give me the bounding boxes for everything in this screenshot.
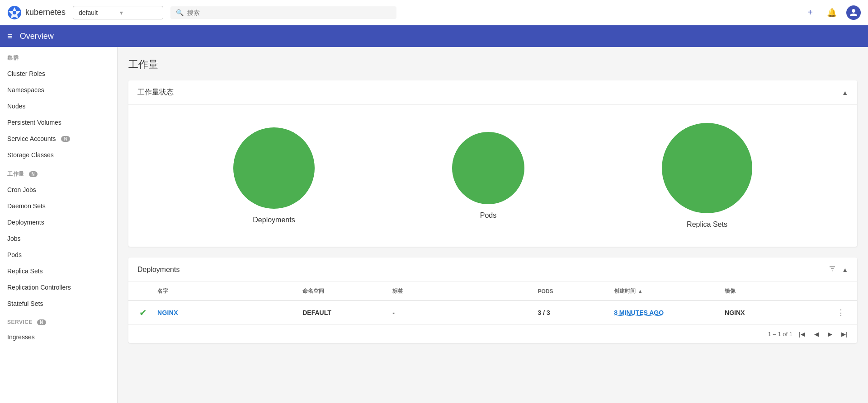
svg-point-2: [13, 11, 16, 14]
row-tags: -: [389, 303, 534, 323]
row-status: ✔: [136, 301, 154, 324]
cluster-section-label: 集群: [0, 47, 117, 66]
deployments-label: Deployments: [253, 216, 295, 224]
pagination-label: 1 – 1 of 1: [768, 331, 793, 337]
row-name[interactable]: nginx: [154, 303, 299, 323]
sidebar-label: Cron Jobs: [7, 186, 36, 193]
sidebar-item-service-accounts[interactable]: Service Accounts N: [0, 131, 117, 147]
sidebar-label: Service Accounts: [7, 135, 56, 142]
sidebar-label: Ingresses: [7, 333, 35, 341]
sidebar-item-cluster-roles[interactable]: Cluster Roles: [0, 66, 117, 82]
pods-label: Pods: [480, 211, 496, 220]
sidebar-label: Replication Controllers: [7, 284, 71, 291]
deployments-card: Deployments ▲ 名字 命名空间 标签 Pods: [128, 258, 857, 343]
col-pods-header: Pods: [534, 283, 611, 300]
subheader: ≡ Overview: [0, 25, 868, 47]
sidebar-label: Daemon Sets: [7, 202, 46, 210]
collapse-icon[interactable]: ▲: [842, 89, 848, 96]
row-namespace: default: [299, 303, 389, 323]
sidebar-item-jobs[interactable]: Jobs: [0, 230, 117, 247]
chevron-down-icon: ▾: [120, 9, 157, 16]
col-time-header[interactable]: 创建时间 ▲: [610, 282, 721, 300]
table-header: 名字 命名空间 标签 Pods 创建时间 ▲ 镜像: [128, 282, 857, 301]
filter-icon[interactable]: [828, 265, 836, 274]
prev-page-button[interactable]: ◀: [811, 329, 821, 339]
service-accounts-badge: N: [61, 136, 70, 142]
sidebar-item-daemon-sets[interactable]: Daemon Sets: [0, 198, 117, 214]
sidebar-item-replication-controllers[interactable]: Replication Controllers: [0, 279, 117, 295]
sidebar-label: Stateful Sets: [7, 300, 43, 307]
status-item-pods: Pods: [452, 132, 524, 220]
row-actions[interactable]: ⋮: [832, 301, 850, 324]
sort-asc-icon: ▲: [637, 288, 643, 295]
next-page-button[interactable]: ▶: [825, 329, 835, 339]
main-content: 工作量 工作量状态 ▲ Deployments Pods Replica Set…: [118, 47, 868, 365]
sidebar-item-persistent-volumes[interactable]: Persistent Volumes: [0, 114, 117, 131]
topbar-actions: + 🔔: [803, 5, 861, 20]
status-ok-icon: ✔: [139, 308, 147, 318]
workload-status-card: 工作量状态 ▲ Deployments Pods Replica Sets: [128, 80, 857, 247]
sidebar-label: Replica Sets: [7, 267, 43, 275]
pagination: 1 – 1 of 1 |◀ ◀ ▶ ▶|: [128, 325, 857, 343]
sidebar-label: Storage Classes: [7, 151, 54, 159]
row-image: nginx: [721, 303, 832, 323]
page-title: 工作量: [128, 58, 857, 71]
row-pods: 3 / 3: [534, 303, 611, 323]
sidebar-item-replica-sets[interactable]: Replica Sets: [0, 263, 117, 279]
sidebar-item-deployments[interactable]: Deployments: [0, 214, 117, 230]
last-page-button[interactable]: ▶|: [839, 329, 850, 339]
sidebar-label: Namespaces: [7, 86, 44, 94]
col-ns-header: 命名空间: [299, 282, 389, 300]
row-created[interactable]: 8 minutes ago: [610, 303, 721, 323]
add-button[interactable]: +: [803, 5, 817, 20]
sidebar-item-pods[interactable]: Pods: [0, 247, 117, 263]
sidebar-label: Deployments: [7, 219, 44, 226]
table-row: ✔ nginx default - 3 / 3 8 minutes ago ng…: [128, 301, 857, 325]
sidebar-item-cron-jobs[interactable]: Cron Jobs: [0, 182, 117, 198]
user-icon: [849, 8, 858, 17]
namespace-selector[interactable]: default ▾: [73, 6, 163, 19]
service-badge: N: [37, 319, 46, 325]
sidebar-label: Pods: [7, 251, 22, 258]
status-grid: Deployments Pods Replica Sets: [128, 105, 857, 247]
service-section-label: Service N: [0, 312, 117, 329]
col-name-header[interactable]: 名字: [154, 282, 299, 300]
collapse-deployments-icon[interactable]: ▲: [842, 266, 848, 273]
logo-text: kubernetes: [25, 8, 66, 17]
sidebar-item-nodes[interactable]: Nodes: [0, 98, 117, 114]
workload-status-title: 工作量状态: [137, 88, 174, 97]
pods-circle: [452, 132, 524, 204]
topbar: kubernetes default ▾ 🔍 + 🔔: [0, 0, 868, 25]
more-icon[interactable]: ⋮: [837, 308, 845, 318]
sidebar-item-namespaces[interactable]: Namespaces: [0, 82, 117, 98]
sidebar-item-stateful-sets[interactable]: Stateful Sets: [0, 295, 117, 312]
search-icon: 🔍: [176, 9, 184, 16]
status-item-replica-sets: Replica Sets: [662, 123, 752, 229]
kubernetes-icon: [7, 5, 22, 20]
replica-sets-label: Replica Sets: [687, 220, 727, 229]
col-tags-header: 标签: [389, 282, 534, 300]
sidebar: 集群 Cluster Roles Namespaces Nodes Persis…: [0, 47, 118, 365]
menu-icon[interactable]: ≡: [7, 31, 13, 42]
subheader-title: Overview: [20, 32, 54, 41]
col-img-header: 镜像: [721, 282, 832, 300]
logo[interactable]: kubernetes: [7, 5, 66, 20]
sidebar-item-ingresses[interactable]: Ingresses: [0, 329, 117, 345]
workload-status-header: 工作量状态 ▲: [128, 80, 857, 105]
deployments-title: Deployments: [137, 266, 179, 274]
workload-badge: N: [29, 171, 38, 177]
first-page-button[interactable]: |◀: [796, 329, 807, 339]
sidebar-label: Nodes: [7, 103, 25, 110]
avatar[interactable]: [846, 5, 861, 20]
deployments-circle: [233, 127, 315, 209]
deployments-header: Deployments ▲: [128, 258, 857, 282]
sidebar-label: Cluster Roles: [7, 70, 45, 77]
replica-sets-circle: [662, 123, 752, 213]
workload-section-label: 工作量 N: [0, 163, 117, 182]
namespace-value: default: [79, 9, 116, 16]
search-bar: 🔍: [170, 6, 396, 19]
sidebar-item-storage-classes[interactable]: Storage Classes: [0, 147, 117, 163]
notification-button[interactable]: 🔔: [825, 5, 839, 20]
search-input[interactable]: [187, 9, 391, 16]
status-item-deployments: Deployments: [233, 127, 315, 224]
